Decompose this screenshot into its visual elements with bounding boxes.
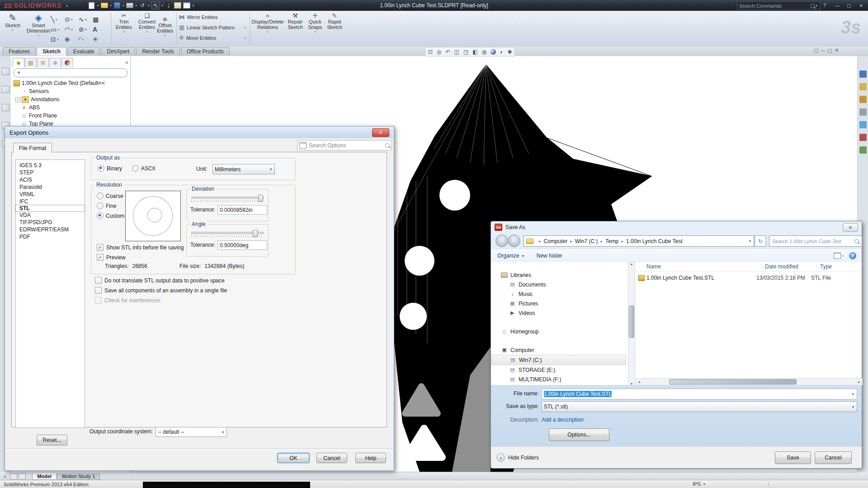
- fine-radio[interactable]: Fine: [97, 202, 116, 209]
- save-search-input[interactable]: Search 1.00in Lynch Cube Test: [769, 235, 862, 247]
- nav-drive-multimedia[interactable]: ▤MULTIMEDIA (F:): [491, 375, 628, 384]
- forward-button[interactable]: ▸: [508, 235, 520, 247]
- scroll-down-icon[interactable]: ▼: [628, 382, 635, 385]
- export-dialog-close-icon[interactable]: ✕: [372, 128, 389, 137]
- output-coord-dropdown[interactable]: -- default --▾: [156, 427, 227, 437]
- no-translate-checkbox[interactable]: Do not translate STL output data to posi…: [95, 277, 225, 284]
- units-indicator[interactable]: IPS ▾: [693, 481, 706, 487]
- view-cube-icon[interactable]: [2, 104, 9, 111]
- nav-pictures[interactable]: ▦Pictures: [491, 299, 628, 308]
- column-name[interactable]: Name: [636, 263, 762, 270]
- tree-root-item[interactable]: 1.00in Lynch Cube Test (Default<<: [14, 79, 130, 87]
- solidworks-resources-icon[interactable]: [859, 70, 867, 78]
- nav-libraries[interactable]: Libraries: [491, 270, 628, 280]
- format-item[interactable]: ACIS: [16, 176, 85, 183]
- save-as-type-dropdown[interactable]: STL (*.stl) ▾: [542, 401, 857, 412]
- views-button[interactable]: ▾: [834, 253, 844, 259]
- format-item[interactable]: EDRW/EPRT/EASM: [16, 226, 85, 233]
- scroll-up-icon[interactable]: ▲: [628, 263, 635, 266]
- split-view-icon[interactable]: [19, 473, 26, 479]
- format-item[interactable]: IFC: [16, 198, 85, 205]
- new-folder-button[interactable]: New folder: [537, 253, 562, 259]
- angle-slider[interactable]: [191, 232, 264, 234]
- motion-study-tab[interactable]: Motion Study 1: [57, 473, 100, 480]
- save-dialog-titlebar[interactable]: SW Save As ✕: [491, 221, 862, 233]
- tree-item-material[interactable]: ≡ ABS: [14, 103, 130, 112]
- angle-tolerance-input[interactable]: 0.50000deg: [217, 240, 267, 250]
- cancel-button[interactable]: Cancel: [316, 453, 347, 463]
- view-cube-icon[interactable]: [2, 68, 9, 75]
- save-button[interactable]: Save: [775, 451, 811, 464]
- nav-scrollbar[interactable]: ▲ ▼: [628, 262, 635, 386]
- tree-filter-input[interactable]: ▼: [14, 68, 127, 77]
- help-icon[interactable]: ?: [849, 252, 856, 259]
- save-dialog-close-icon[interactable]: ✕: [843, 223, 858, 232]
- format-item[interactable]: TIF/PSD/JPG: [16, 219, 85, 226]
- export-search-options-input[interactable]: Search Options: [297, 140, 392, 150]
- nav-music[interactable]: ♪Music: [491, 289, 628, 299]
- format-item[interactable]: VDA: [16, 211, 85, 219]
- file-list-hscrollbar[interactable]: ◄ ►: [636, 378, 863, 385]
- single-file-checkbox[interactable]: Save all components of an assembly in a …: [95, 287, 227, 294]
- file-name-input[interactable]: 1.00in Lynch Cube Test.STL ▾: [542, 389, 857, 399]
- format-list[interactable]: IGES 5.3 STEP ACIS Parasolid VRML IFC ST…: [15, 160, 85, 428]
- unit-dropdown[interactable]: Millimeters▾: [212, 164, 275, 174]
- breadcrumb-bar[interactable]: ▸Computer ▸Win7 (C:) ▸Temp ▸1.00in Lynch…: [524, 235, 754, 247]
- nav-documents[interactable]: ▤Documents: [491, 280, 628, 289]
- search-icon[interactable]: [854, 239, 859, 244]
- column-date-modified[interactable]: Date modified: [762, 263, 817, 270]
- hide-folders-button[interactable]: ▴ Hide Folders: [496, 453, 539, 462]
- show-stl-info-checkbox[interactable]: ✓Show STL info before file saving: [97, 244, 184, 251]
- nav-videos[interactable]: ▶Videos: [491, 308, 628, 318]
- deviation-slider[interactable]: [191, 197, 264, 199]
- deviation-tolerance-input[interactable]: 0.00008592in: [217, 205, 267, 215]
- binary-radio[interactable]: Binary: [98, 165, 122, 172]
- breadcrumb-dropdown[interactable]: ▾: [749, 239, 751, 243]
- tree-item-front-plane[interactable]: ◇ Front Plane: [14, 112, 130, 120]
- ok-button[interactable]: OK: [277, 453, 310, 463]
- design-library-icon[interactable]: [859, 83, 867, 90]
- column-type[interactable]: Type: [817, 263, 832, 270]
- panel-expand-icon[interactable]: »: [125, 59, 128, 66]
- save-cancel-button[interactable]: Cancel: [815, 451, 852, 464]
- search-icon[interactable]: [385, 143, 390, 148]
- format-item[interactable]: Parasolid: [16, 183, 85, 191]
- refresh-icon[interactable]: ↻: [755, 235, 766, 247]
- tree-item-annotations[interactable]: + A Annotations: [14, 95, 130, 103]
- format-item[interactable]: STEP: [16, 169, 85, 176]
- breadcrumb-folder[interactable]: 1.00in Lynch Cube Test: [626, 238, 683, 244]
- propertymanager-tab[interactable]: ▤: [25, 58, 37, 67]
- back-button[interactable]: ◂: [495, 235, 508, 247]
- scrollbar-thumb[interactable]: [629, 305, 634, 338]
- featuremanager-tree-tab[interactable]: ◆: [13, 58, 24, 67]
- expand-plus-icon[interactable]: +: [15, 97, 20, 102]
- custom-properties-icon[interactable]: [859, 134, 867, 141]
- view-cube-icon[interactable]: [2, 86, 9, 93]
- breadcrumb-computer[interactable]: Computer: [544, 238, 568, 244]
- ascii-radio[interactable]: ASCII: [132, 165, 155, 172]
- stl-options-button[interactable]: Options...: [549, 428, 609, 441]
- format-item[interactable]: IGES 5.3: [16, 162, 85, 169]
- format-item[interactable]: VRML: [16, 191, 85, 198]
- tree-item-sensors[interactable]: ◔ Sensors: [14, 87, 130, 95]
- scroll-right-icon[interactable]: ►: [856, 380, 862, 384]
- coarse-radio[interactable]: Coarse: [97, 192, 123, 199]
- pane-extra-icon[interactable]: [859, 146, 867, 154]
- hscrollbar-thumb[interactable]: [669, 379, 797, 385]
- format-item-selected[interactable]: STL: [16, 205, 85, 211]
- reset-button[interactable]: Reset...: [37, 435, 67, 446]
- appearances-icon[interactable]: [859, 121, 867, 128]
- toolbox-icon[interactable]: [859, 108, 867, 116]
- breadcrumb-temp[interactable]: Temp: [605, 238, 618, 244]
- nav-homegroup[interactable]: ⌂Homegroup: [491, 327, 628, 336]
- export-dialog-titlebar[interactable]: Export Options ✕: [5, 127, 393, 138]
- file-row[interactable]: 1.00in Lynch Cube Test.STL 13/03/2015 2:…: [636, 273, 862, 282]
- nav-drive-win7[interactable]: ▤Win7 (C:): [491, 355, 626, 365]
- organize-button[interactable]: Organize▾: [497, 253, 525, 259]
- nav-drive-storage[interactable]: ▤STORAGE (E:): [491, 365, 628, 375]
- file-format-tab[interactable]: File Format: [13, 143, 52, 153]
- split-view-icon[interactable]: [10, 473, 17, 479]
- displaymanager-tab[interactable]: [61, 58, 73, 67]
- model-tab[interactable]: Model: [32, 473, 57, 480]
- nav-computer[interactable]: ▣Computer: [491, 345, 628, 355]
